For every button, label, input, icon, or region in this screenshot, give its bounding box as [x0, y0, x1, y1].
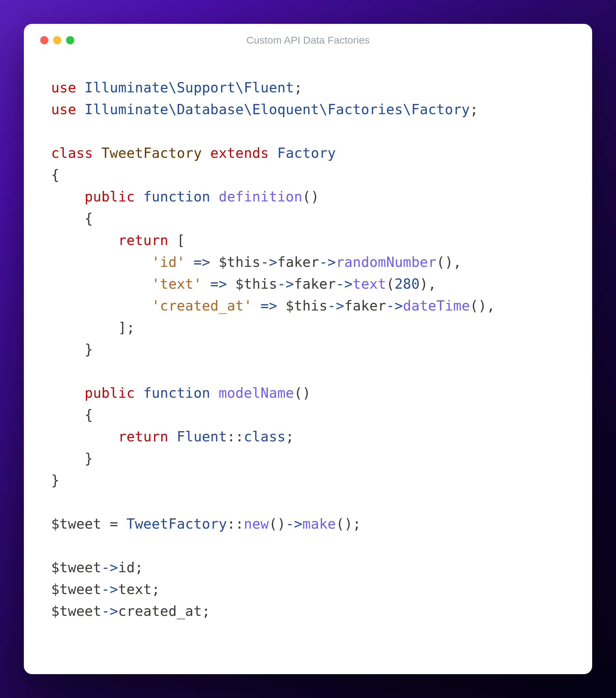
keyword-extends: extends: [210, 145, 269, 161]
prop-text: text: [118, 581, 152, 598]
var-tweet: $tweet: [51, 516, 101, 532]
var-tweet: $tweet: [51, 559, 101, 576]
prop-faker: faker: [294, 276, 336, 292]
window-title: Custom API Data Factories: [246, 34, 370, 46]
comma: ,: [453, 254, 462, 270]
paren-close: ): [445, 254, 453, 270]
method-datetime: dateTime: [403, 297, 470, 314]
method-new: new: [243, 516, 269, 532]
brace-close: }: [51, 472, 60, 488]
namespace-fluent: Illuminate\Support\Fluent: [84, 80, 294, 96]
namespace-factory: Illuminate\Database\Eloquent\Factories\F…: [84, 101, 470, 117]
arrow: ->: [327, 297, 344, 314]
comma: ,: [428, 276, 436, 292]
arrow: ->: [101, 581, 118, 598]
prop-id: id: [118, 559, 135, 576]
var-tweet: $tweet: [51, 581, 101, 598]
semicolon: ;: [126, 319, 135, 336]
code-window: Custom API Data Factories use Illuminate…: [24, 24, 592, 674]
method-text: text: [353, 276, 386, 292]
function-modelname: modelName: [219, 385, 294, 401]
method-make: make: [303, 516, 336, 532]
arrow: ->: [277, 276, 294, 292]
titlebar: Custom API Data Factories: [24, 24, 592, 50]
semicolon: ;: [353, 516, 361, 532]
paren-open: (: [303, 189, 311, 205]
keyword-return: return: [118, 429, 169, 445]
comma: ,: [487, 297, 495, 314]
string-text: 'text': [152, 276, 202, 292]
var-this: $this: [235, 276, 277, 292]
brace-open: {: [84, 210, 93, 227]
classname-tweetfactory: TweetFactory: [101, 145, 202, 161]
var-this: $this: [219, 254, 261, 270]
paren-close: ): [420, 276, 428, 292]
equals: =: [110, 516, 118, 532]
bracket-close: ]: [118, 319, 127, 336]
prop-created-at: created_at: [118, 603, 202, 619]
var-tweet: $tweet: [51, 603, 101, 619]
brace-close: }: [84, 450, 93, 466]
maximize-icon[interactable]: [66, 36, 74, 44]
paren-open: (: [470, 297, 478, 314]
keyword-public: public: [84, 385, 135, 401]
semicolon: ;: [202, 603, 211, 619]
keyword-use: use: [51, 80, 76, 96]
arrow: ->: [319, 254, 336, 270]
method-randomnumber: randomNumber: [336, 254, 436, 270]
paren-close: ): [311, 189, 319, 205]
close-icon[interactable]: [40, 36, 48, 44]
fat-arrow: =>: [261, 297, 277, 314]
semicolon: ;: [135, 559, 143, 576]
arrow: ->: [261, 254, 277, 270]
brace-open: {: [84, 407, 93, 423]
arrow: ->: [285, 516, 302, 532]
keyword-public: public: [84, 189, 135, 205]
traffic-lights: [40, 36, 74, 44]
code-content: use Illuminate\Support\Fluent; use Illum…: [24, 50, 592, 674]
fat-arrow: =>: [194, 254, 210, 270]
string-created-at: 'created_at': [152, 297, 252, 314]
paren-open: (: [436, 254, 445, 270]
string-id: 'id': [152, 254, 185, 270]
semicolon: ;: [470, 101, 478, 117]
keyword-use: use: [51, 101, 76, 117]
semicolon: ;: [285, 429, 294, 445]
bracket-open: [: [177, 232, 185, 249]
class-constant: class: [243, 429, 285, 445]
keyword-return: return: [118, 232, 169, 249]
number-280: 280: [394, 276, 420, 292]
arrow: ->: [101, 603, 118, 619]
brace-close: }: [84, 341, 93, 358]
classname-factory: Factory: [277, 145, 336, 161]
var-this: $this: [285, 297, 327, 314]
fat-arrow: =>: [210, 276, 227, 292]
brace-open: {: [51, 167, 60, 183]
paren-close: ): [303, 385, 311, 401]
keyword-function: function: [143, 189, 210, 205]
arrow: ->: [336, 276, 353, 292]
semicolon: ;: [294, 80, 303, 96]
paren-open: (: [269, 516, 277, 532]
keyword-class: class: [51, 145, 93, 161]
class-fluent: Fluent: [177, 429, 227, 445]
function-definition: definition: [219, 189, 303, 205]
paren-open: (: [386, 276, 394, 292]
minimize-icon[interactable]: [53, 36, 61, 44]
double-colon: ::: [227, 429, 243, 445]
arrow: ->: [101, 559, 118, 576]
arrow: ->: [386, 297, 403, 314]
paren-close: ): [478, 297, 487, 314]
double-colon: ::: [227, 516, 243, 532]
semicolon: ;: [152, 581, 160, 598]
prop-faker: faker: [277, 254, 319, 270]
class-tweetfactory: TweetFactory: [126, 516, 227, 532]
paren-close: ): [277, 516, 286, 532]
keyword-function: function: [143, 385, 210, 401]
paren-open: (: [294, 385, 303, 401]
paren-open: (: [336, 516, 345, 532]
paren-close: ): [345, 516, 353, 532]
prop-faker: faker: [344, 297, 386, 314]
